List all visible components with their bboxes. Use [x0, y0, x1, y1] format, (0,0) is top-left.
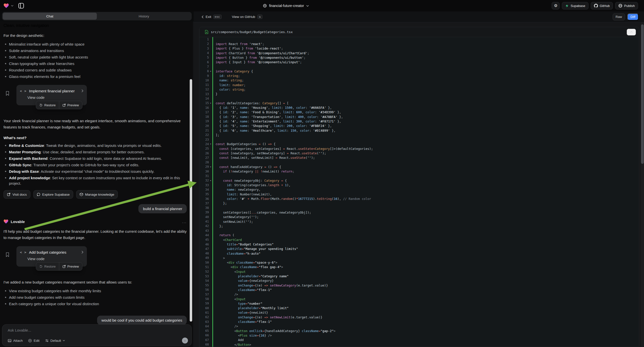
code-text: title="Budget Categories"	[216, 242, 274, 246]
sidebar-toggle-icon[interactable]	[18, 2, 24, 9]
code-line: 62 onChange={(e) => setNewLimit(e.target…	[200, 315, 639, 319]
restore-button[interactable]: Restore	[36, 262, 59, 270]
code-text: interface Category {	[216, 70, 253, 73]
collapse-file-button[interactable]	[626, 29, 636, 36]
diff-toggle-button[interactable]: Diff	[627, 14, 638, 20]
code-editor[interactable]: 12import React from 'react';3import { Pl…	[200, 37, 639, 347]
chat-input[interactable]: Ask Lovable...	[8, 328, 188, 332]
list-item: View existing budget categories with the…	[4, 288, 187, 294]
code-line: 36 color: '#' + Math.floor(Math.random()…	[200, 196, 639, 201]
bookmark-icon[interactable]	[6, 252, 10, 257]
line-number: 22	[200, 133, 209, 137]
bullet-list: Refine & Customize: Tweak the design, an…	[4, 143, 187, 186]
back-chevron-icon	[202, 16, 204, 18]
chip-explore-supabase[interactable]: Explore Supabase	[33, 190, 73, 199]
list-item: Rounded corners and subtle shadows	[4, 68, 187, 73]
line-number: 10	[200, 79, 209, 82]
diff-added-bar	[212, 201, 213, 206]
mode-selector[interactable]: Default	[45, 339, 65, 342]
line-number: 6	[200, 60, 209, 64]
preview-button[interactable]: Preview	[59, 101, 82, 109]
workspace-chevron-down-icon[interactable]	[11, 5, 14, 6]
code-line: 55 onChange={(e) => setNewCategory(e.tar…	[200, 283, 639, 288]
line-number: 28	[200, 160, 209, 164]
code-text: import { Button } from '@/components/ui/…	[216, 56, 306, 60]
code-line: 35 limit: Number(newLimit),	[200, 192, 639, 196]
line-number: 65	[200, 329, 209, 332]
send-button[interactable]: ↑	[182, 338, 188, 344]
code-text: { id: '2', name: 'Food & Dining', limit:…	[216, 110, 341, 114]
line-number: 57	[200, 293, 209, 296]
fold-chevron-icon[interactable]: ▾	[209, 102, 212, 104]
window-scrollbar[interactable]	[641, 22, 644, 347]
view-code-link[interactable]: View code	[28, 257, 84, 261]
code-line: 14	[200, 96, 639, 101]
code-line: 32▾ const newCategoryObj: Category = {	[200, 178, 639, 183]
supabase-button[interactable]: Supabase	[562, 2, 588, 10]
fold-chevron-icon[interactable]: ▾	[209, 166, 212, 168]
code-line: 22];	[200, 133, 639, 137]
edit-mode-button[interactable]: Edit	[28, 339, 39, 342]
line-number: 19	[200, 120, 209, 123]
line-number: 63	[200, 320, 209, 324]
code-line: 68 </Button>	[200, 342, 639, 347]
code-text: />	[216, 324, 238, 328]
project-switcher[interactable]: financial-future-creator	[263, 0, 309, 12]
diff-added-bar	[212, 274, 213, 278]
chip-visit-docs[interactable]: Visit docs	[4, 190, 30, 199]
diff-added-bar	[212, 119, 213, 124]
code-line: 48 className="h-auto"	[200, 251, 639, 256]
section-heading: What's next?	[4, 136, 187, 140]
publish-button[interactable]: Publish	[615, 2, 638, 10]
chevron-right-icon	[82, 251, 84, 254]
line-number: 35	[200, 192, 209, 196]
raw-toggle-button[interactable]: Raw	[613, 14, 625, 20]
fold-chevron-icon[interactable]: ▾	[209, 143, 212, 145]
line-number: 9	[200, 74, 209, 78]
code-icon: < >	[20, 89, 26, 93]
diff-added-bar	[212, 164, 213, 169]
code-text: if (!newCategory || !newLimit) return;	[216, 170, 294, 173]
tab-history[interactable]: History	[97, 13, 191, 20]
user-message-bubble: would be cool if you could add budget ca…	[97, 316, 187, 325]
supabase-icon	[565, 4, 569, 8]
chip-manage-knowledge[interactable]: Manage knowledge	[76, 190, 118, 199]
attach-button[interactable]: Attach	[8, 339, 23, 342]
code-line: 61 value={newLimit}	[200, 310, 639, 315]
code-text: color: '#' + Math.floor(Math.random()*16…	[216, 197, 371, 201]
code-text: placeholder="Category name"	[216, 274, 289, 278]
line-number: 17	[200, 110, 209, 114]
view-on-github-button[interactable]: View on GitHub G	[232, 15, 262, 19]
line-number: 64	[200, 324, 209, 328]
code-text: name: newCategory,	[216, 188, 261, 192]
diff-added-bar	[212, 83, 213, 87]
file-path: src/components/budget/BudgetCategories.t…	[211, 30, 293, 34]
code-line: 8▾interface Category {	[200, 69, 639, 74]
list-item: Glass-morphic elements for a premium fee…	[4, 74, 187, 80]
diff-added-bar	[212, 283, 213, 288]
diff-added-bar	[212, 306, 213, 310]
code-line: 63 className="flex-1"	[200, 319, 639, 324]
preview-button[interactable]: Preview	[59, 262, 82, 270]
window-scrollbar-thumb[interactable]	[641, 24, 644, 164]
fold-chevron-icon[interactable]: ▾	[209, 180, 212, 182]
code-text: import React from 'react';	[216, 42, 264, 46]
view-code-link[interactable]: View code	[28, 95, 84, 100]
diff-added-bar	[212, 238, 213, 242]
chat-panel[interactable]: Clean, intuitive navigationFor the desig…	[0, 22, 194, 347]
exit-button[interactable]: Exit ESC	[202, 15, 222, 19]
version-card-title: Implement financial planner	[29, 89, 79, 93]
project-chevron-down-icon	[306, 5, 309, 7]
message-menu-button[interactable]: ...	[182, 220, 187, 224]
chat-history-tabs: Chat History	[2, 12, 192, 20]
fold-chevron-icon[interactable]: ▾	[209, 70, 212, 72]
bookmark-icon[interactable]	[6, 91, 10, 96]
chat-scrollbar[interactable]	[190, 79, 192, 322]
github-button[interactable]: GitHub	[591, 2, 613, 10]
tab-chat[interactable]: Chat	[3, 13, 97, 20]
lovable-heart-icon[interactable]	[4, 3, 9, 8]
settings-button[interactable]: ⚙	[552, 2, 560, 10]
restore-button[interactable]: Restore	[36, 101, 59, 109]
sliders-icon	[45, 339, 49, 342]
line-number: 66	[200, 334, 209, 337]
